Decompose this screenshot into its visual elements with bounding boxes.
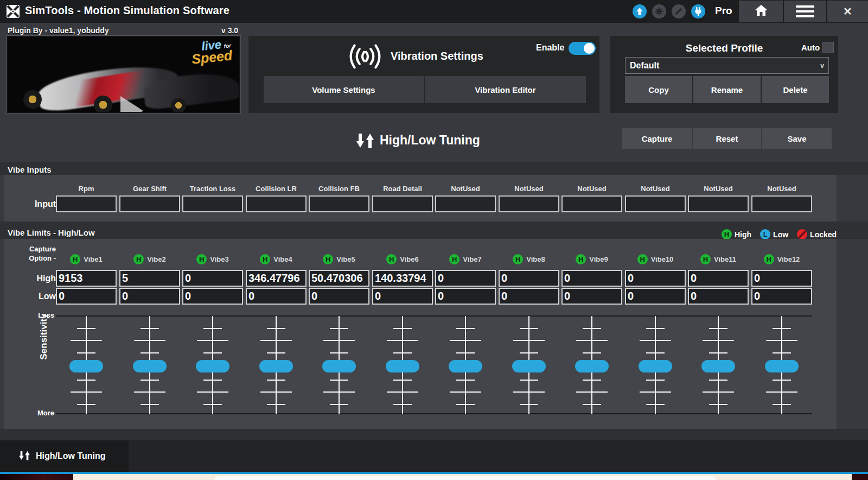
home-button[interactable] [739, 1, 783, 22]
slider-handle[interactable] [449, 360, 482, 372]
high-limit-field[interactable]: 50.470306 [309, 270, 369, 287]
plug-circle-icon[interactable] [691, 4, 705, 18]
vibe-input-field[interactable] [182, 195, 243, 212]
pencil-circle-icon[interactable] [672, 4, 686, 18]
menu-button[interactable] [784, 1, 826, 22]
sensitivity-slider[interactable] [688, 316, 749, 414]
vibe-input-field[interactable] [499, 195, 559, 212]
vibe-input-field[interactable] [246, 195, 307, 212]
high-capture-icon: H [133, 254, 144, 264]
sensitivity-slider[interactable] [56, 316, 117, 414]
low-limit-field[interactable]: 0 [435, 288, 496, 305]
sensitivity-slider[interactable] [372, 316, 433, 414]
vibration-editor-button[interactable]: Vibration Editor [425, 76, 586, 103]
vibe-capture-header[interactable]: HVibe1 [56, 254, 117, 264]
vibe-capture-header[interactable]: HVibe6 [372, 254, 433, 264]
vibe-capture-header[interactable]: HVibe11 [688, 254, 749, 264]
low-limit-field[interactable]: 0 [561, 288, 622, 305]
vibe-capture-header[interactable]: HVibe4 [246, 254, 307, 264]
slider-handle[interactable] [259, 360, 293, 372]
upload-circle-icon[interactable] [633, 4, 647, 18]
low-limit-field[interactable]: 0 [499, 288, 559, 305]
low-limit-field[interactable]: 0 [56, 288, 117, 305]
vibe-input-field[interactable] [435, 195, 496, 212]
save-button[interactable]: Save [762, 128, 832, 149]
low-limit-field[interactable]: 0 [625, 288, 686, 305]
vibe-capture-header[interactable]: HVibe3 [182, 254, 243, 264]
vibe-input-field[interactable] [625, 195, 686, 212]
enable-toggle[interactable] [569, 42, 596, 55]
low-limit-field[interactable]: 0 [688, 288, 749, 305]
profile-dropdown[interactable]: Default v [625, 57, 829, 74]
slider-handle[interactable] [701, 360, 735, 372]
copy-button[interactable]: Copy [625, 76, 692, 103]
high-limit-field[interactable]: 9153 [56, 270, 117, 287]
vibe-input-column: NotUsed [751, 185, 812, 217]
slider-handle[interactable] [765, 360, 799, 372]
slider-handle[interactable] [69, 360, 103, 372]
capture-button[interactable]: Capture [622, 128, 692, 149]
vibe-capture-header[interactable]: HVibe10 [625, 254, 686, 264]
sensitivity-slider[interactable] [119, 316, 180, 414]
tab-high-low-tuning[interactable]: High/Low Tuning [0, 440, 129, 472]
vibe-capture-header[interactable]: HVibe2 [119, 254, 180, 264]
sensitivity-slider[interactable] [246, 316, 307, 414]
vibe-input-field[interactable] [372, 195, 433, 212]
high-limit-field[interactable]: 5 [119, 270, 180, 287]
vibe-capture-header[interactable]: HVibe5 [309, 254, 369, 264]
vibe-inputs-panel: Input RpmGear ShiftTraction LossCollisio… [4, 175, 837, 222]
sensitivity-slider[interactable] [499, 316, 559, 414]
close-button[interactable]: ✕ [827, 1, 868, 22]
high-limit-field[interactable]: 0 [688, 270, 749, 287]
vibe-input-field[interactable] [561, 195, 622, 212]
vibe-input-field[interactable] [688, 195, 749, 212]
high-limit-field[interactable]: 140.33794 [372, 270, 433, 287]
vibe-capture-header[interactable]: HVibe7 [435, 254, 496, 264]
vibe-input-field[interactable] [56, 195, 117, 212]
high-limit-field[interactable]: 346.47796 [246, 270, 307, 287]
low-limit-field[interactable]: 0 [372, 288, 433, 305]
reset-button[interactable]: Reset [693, 128, 761, 149]
game-preview-image: live for Speed [7, 36, 240, 113]
volume-settings-button[interactable]: Volume Settings [264, 76, 424, 103]
auto-checkbox[interactable] [822, 42, 834, 53]
high-limit-field[interactable]: 0 [625, 270, 686, 287]
high-limit-field[interactable]: 0 [435, 270, 496, 287]
legend-locked: Locked [797, 229, 837, 239]
vibe-input-field[interactable] [751, 195, 812, 212]
slider-handle[interactable] [133, 360, 167, 372]
low-limit-field[interactable]: 0 [246, 288, 307, 305]
vibe-input-field[interactable] [309, 195, 369, 212]
slider-tick [203, 404, 222, 405]
vibe-capture-header[interactable]: HVibe12 [751, 254, 812, 264]
slider-handle[interactable] [322, 360, 356, 372]
delete-button[interactable]: Delete [762, 76, 829, 103]
play-button[interactable] [120, 96, 143, 113]
slider-handle[interactable] [575, 360, 609, 372]
auto-label: Auto [801, 43, 820, 52]
low-limit-field[interactable]: 0 [751, 288, 812, 305]
slider-handle[interactable] [386, 360, 419, 372]
high-limit-field[interactable]: 0 [182, 270, 243, 287]
vibe-limits-panel: Capture Option - High Low HVibe191530HVi… [4, 239, 837, 429]
slider-handle[interactable] [512, 360, 546, 372]
low-limit-field[interactable]: 0 [182, 288, 243, 305]
sensitivity-slider[interactable] [751, 316, 812, 414]
slider-handle[interactable] [639, 360, 672, 372]
vibe-capture-header[interactable]: HVibe8 [499, 254, 559, 264]
low-limit-field[interactable]: 0 [309, 288, 369, 305]
high-limit-field[interactable]: 0 [751, 270, 812, 287]
sensitivity-slider[interactable] [561, 316, 622, 414]
rename-button[interactable]: Rename [693, 76, 761, 103]
sensitivity-slider[interactable] [309, 316, 369, 414]
vibe-capture-header[interactable]: HVibe9 [561, 254, 622, 264]
sensitivity-slider[interactable] [182, 316, 243, 414]
burst-circle-icon[interactable] [652, 4, 666, 18]
low-limit-field[interactable]: 0 [119, 288, 180, 305]
high-limit-field[interactable]: 0 [561, 270, 622, 287]
high-limit-field[interactable]: 0 [499, 270, 559, 287]
sensitivity-slider[interactable] [435, 316, 496, 414]
vibe-input-field[interactable] [119, 195, 180, 212]
sensitivity-slider[interactable] [625, 316, 686, 414]
slider-handle[interactable] [196, 360, 229, 372]
